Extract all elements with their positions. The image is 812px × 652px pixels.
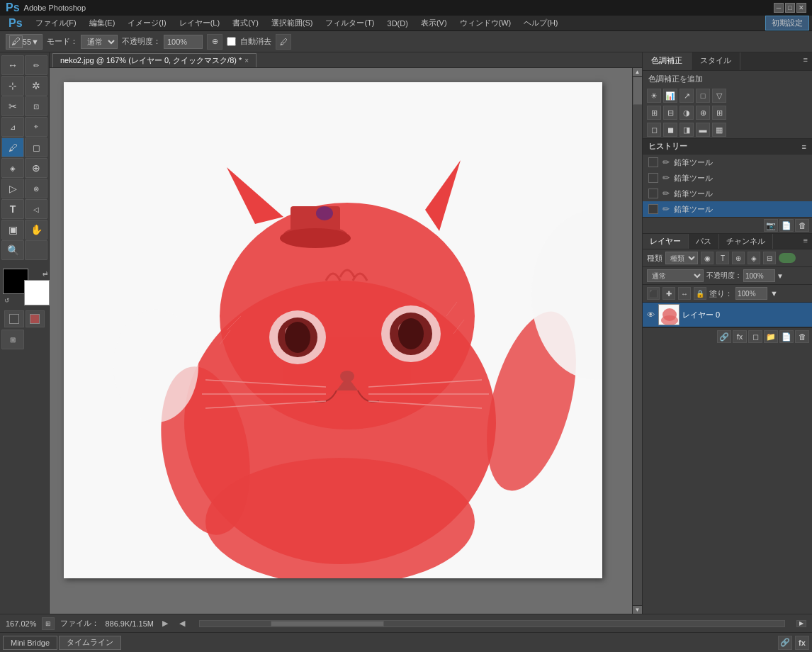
eyedropper-tool[interactable]: ⊡ [25, 96, 47, 116]
vibrance-icon[interactable]: ▽ [712, 89, 726, 103]
document-tab-close[interactable]: × [244, 57, 249, 64]
hue-icon[interactable]: ⊞ [647, 106, 661, 120]
menu-3d[interactable]: 3D(D) [382, 18, 414, 29]
history-checkbox-1[interactable] [648, 157, 658, 167]
crop-tool[interactable]: ✂ [1, 96, 24, 116]
timeline-tab[interactable]: タイムライン [59, 636, 121, 650]
mini-bridge-tab[interactable]: Mini Bridge [3, 636, 57, 650]
threshold-icon[interactable]: ◨ [680, 123, 694, 137]
lock-pixels-btn[interactable]: ⬛ [647, 287, 660, 300]
menu-filter[interactable]: フィルター(T) [320, 16, 380, 30]
fill-input[interactable] [735, 287, 767, 300]
mode-select[interactable]: 通常 [81, 35, 118, 49]
maximize-button[interactable]: □ [785, 3, 795, 13]
color-balance-icon[interactable]: ⊟ [663, 106, 677, 120]
filter-icon-2[interactable]: T [716, 252, 729, 264]
history-create-snapshot[interactable]: 📷 [764, 219, 778, 232]
history-checkbox-3[interactable] [648, 189, 658, 198]
stylus-icon[interactable]: 🖊 [276, 34, 291, 50]
panel-menu-icon[interactable]: ≡ [799, 52, 812, 70]
scroll-right[interactable]: ▶ [796, 620, 806, 627]
add-mask-btn[interactable]: ◻ [748, 330, 762, 343]
history-menu-icon[interactable]: ≡ [802, 142, 806, 151]
pressure-icon[interactable]: ⊕ [207, 34, 222, 50]
gradient-tool[interactable]: ◈ [1, 158, 24, 178]
lock-move-btn[interactable]: ✚ [662, 287, 675, 300]
filter-icon-3[interactable]: ⊕ [732, 252, 745, 264]
zoom-tool[interactable]: 🔍 [1, 240, 24, 260]
filter-icon-1[interactable]: ◉ [701, 252, 714, 264]
marquee-tool[interactable]: ⊹ [1, 76, 24, 96]
curves-icon[interactable]: ↗ [680, 89, 694, 103]
shape-tool[interactable]: ▣ [1, 220, 24, 240]
filter-toggle[interactable] [779, 253, 796, 263]
menu-select[interactable]: 選択範囲(S) [266, 16, 319, 30]
channel-mixer-icon[interactable]: ⊞ [712, 106, 726, 120]
history-checkbox-4[interactable] [648, 204, 658, 214]
workspace-preset[interactable]: 初期設定 [765, 16, 809, 30]
extra-tool[interactable] [25, 240, 47, 260]
filter-icon-4[interactable]: ◈ [748, 252, 760, 264]
menu-image[interactable]: イメージ(I) [122, 16, 171, 30]
stamp-tool[interactable]: ⌖ [25, 117, 47, 137]
screen-mode[interactable]: ⊞ [1, 330, 24, 349]
link-layers-btn[interactable]: 🔗 [717, 330, 731, 343]
blend-mode-select[interactable]: 通常 [647, 269, 704, 282]
tab-channels[interactable]: チャンネル [719, 234, 773, 249]
tab-paths[interactable]: パス [689, 234, 719, 249]
default-colors[interactable]: ↺ [4, 297, 10, 304]
layers-menu-icon[interactable]: ≡ [799, 234, 812, 249]
photo-filter-icon[interactable]: ⊕ [696, 106, 710, 120]
path-select-tool[interactable]: ◁ [25, 199, 47, 219]
auto-erase-checkbox[interactable] [227, 37, 236, 46]
tab-layers[interactable]: レイヤー [643, 234, 689, 249]
menu-ps[interactable]: Ps [3, 16, 28, 31]
posterize-icon[interactable]: ◼ [663, 123, 677, 137]
tool-preset-box[interactable]: 🖊 55 ▼ [6, 34, 43, 50]
scroll-track[interactable] [633, 77, 643, 605]
opacity-arrow[interactable]: ▼ [777, 272, 784, 280]
opacity-input[interactable] [164, 35, 203, 49]
invert-icon[interactable]: ◻ [647, 123, 661, 137]
history-delete[interactable]: 🗑 [795, 219, 809, 232]
swap-colors[interactable]: ⇄ [43, 270, 48, 277]
history-create-document[interactable]: 📄 [779, 219, 794, 232]
h-scroll-thumb[interactable] [271, 621, 384, 626]
history-item-1[interactable]: ✏ 鉛筆ツール [643, 154, 812, 170]
history-header[interactable]: ヒストリー ≡ [643, 139, 812, 154]
tab-color-correction[interactable]: 色調補正 [643, 52, 692, 70]
brush-tool[interactable]: 🖊 [1, 137, 24, 157]
fx-icon[interactable]: fx [795, 636, 809, 650]
pen-tool[interactable]: ⊗ [25, 179, 47, 198]
filter-select[interactable]: 種類 [665, 252, 698, 264]
opacity-input[interactable] [743, 269, 775, 282]
document-tab[interactable]: neko2.jpg @ 167% (レイヤー 0, クイックマスク/8) * × [52, 53, 256, 67]
zoom-indicator[interactable]: ⊞ [42, 617, 55, 630]
close-button[interactable]: ✕ [796, 3, 806, 13]
delete-layer-btn[interactable]: 🗑 [795, 330, 809, 343]
lasso-tool[interactable]: ✲ [25, 76, 47, 96]
background-color[interactable] [24, 280, 50, 305]
chain-icon[interactable]: 🔗 [778, 636, 792, 650]
menu-text[interactable]: 書式(Y) [227, 16, 264, 30]
lock-artboard-btn[interactable]: ↔ [678, 287, 691, 300]
exposure-icon[interactable]: □ [696, 89, 710, 103]
standard-mode[interactable] [4, 310, 24, 327]
text-tool[interactable]: T [1, 199, 24, 219]
new-layer-btn[interactable]: 📄 [779, 330, 794, 343]
scroll-thumb[interactable] [633, 77, 643, 105]
quickmask-mode[interactable] [26, 310, 45, 327]
dodge-tool[interactable]: ▷ [1, 179, 24, 198]
hand-tool[interactable]: ✋ [25, 220, 47, 240]
selective-color-icon[interactable]: ▦ [712, 123, 726, 137]
vertical-scrollbar[interactable]: ▲ ▼ [632, 68, 642, 614]
filter-icon-5[interactable]: ⊟ [763, 252, 776, 264]
history-item-3[interactable]: ✏ 鉛筆ツール [643, 186, 812, 201]
history-item-4[interactable]: ✏ 鉛筆ツール [643, 201, 812, 217]
history-item-2[interactable]: ✏ 鉛筆ツール [643, 170, 812, 186]
fill-arrow[interactable]: ▼ [770, 289, 778, 298]
lock-all-btn[interactable]: 🔒 [694, 287, 706, 300]
gradient-map-icon[interactable]: ▬ [696, 123, 710, 137]
move-tool[interactable]: ↔ [1, 55, 24, 75]
eraser-tool[interactable]: ◻ [25, 137, 47, 157]
